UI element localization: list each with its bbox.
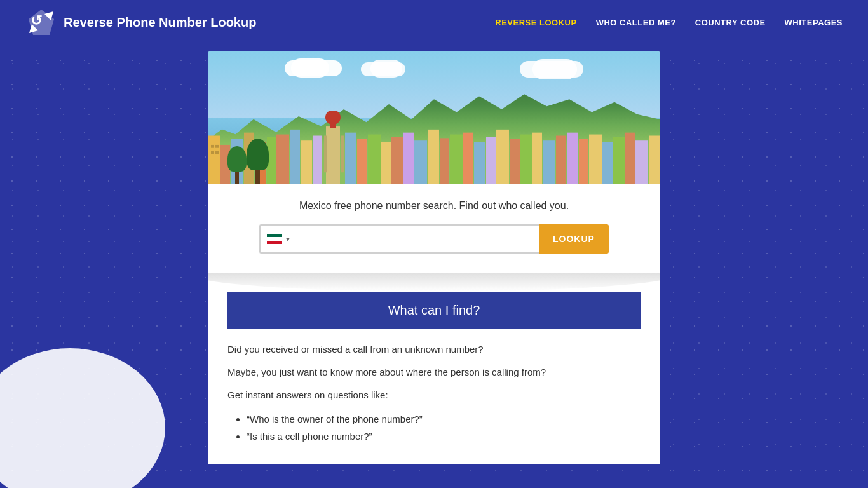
clouds [208,57,660,95]
cloud-6 [532,59,577,79]
search-row: ▼ LOOKUP [234,224,634,254]
mexico-flag [267,234,282,244]
site-header: ↺ Reverse Phone Number Lookup REVERSE LO… [0,0,868,44]
chevron-down-icon: ▼ [285,236,291,243]
wave-divider [208,273,660,292]
info-section: What can I find? Did you received or mis… [208,273,660,464]
svg-rect-20 [381,142,391,184]
svg-rect-22 [403,132,414,184]
svg-rect-9 [290,129,300,184]
bullet-item-2: “Is this a cell phone number?” [247,428,641,445]
tree-1 [227,146,247,184]
svg-rect-19 [368,134,381,184]
info-para-2: Maybe, you just want to know more about … [227,365,641,380]
hero-image [208,51,660,184]
cloud-2 [291,58,329,78]
svg-rect-41 [625,132,635,184]
svg-rect-16 [341,135,344,172]
info-header: What can I find? [227,292,641,329]
svg-rect-26 [450,134,463,184]
info-para-3: Get instant answers on questions like: [227,388,641,403]
main-nav: REVERSE LOOKUP WHO CALLED ME? COUNTRY CO… [495,18,843,27]
svg-rect-44 [211,144,214,147]
svg-rect-2 [208,135,220,184]
svg-rect-33 [532,132,542,184]
bullet-item-1: “Who is the owner of the phone number?” [247,410,641,428]
svg-rect-43 [649,135,660,184]
svg-rect-32 [520,134,532,184]
svg-rect-23 [414,140,427,184]
main-wrapper: Mexico free phone number search. Find ou… [0,44,868,464]
svg-rect-12 [326,126,340,184]
bullet-list: “Who is the owner of the phone number?” … [227,410,641,445]
center-card: Mexico free phone number search. Find ou… [208,51,660,464]
svg-rect-8 [276,134,289,184]
svg-point-14 [325,111,341,125]
flag-select[interactable]: ▼ [259,224,297,254]
svg-rect-30 [496,129,509,184]
svg-rect-17 [345,132,356,184]
info-heading: What can I find? [388,303,480,317]
nav-who-called-me[interactable]: WHO CALLED ME? [596,18,676,27]
svg-rect-31 [510,139,520,184]
svg-rect-28 [474,142,485,184]
phone-input[interactable] [297,224,539,254]
search-tagline: Mexico free phone number search. Find ou… [234,200,634,212]
svg-rect-27 [463,132,473,184]
svg-rect-35 [556,135,566,184]
logo-icon: ↺ [25,6,57,38]
svg-rect-40 [613,137,625,184]
svg-rect-11 [313,135,322,184]
logo[interactable]: ↺ Reverse Phone Number Lookup [25,6,256,38]
svg-rect-45 [215,144,219,147]
svg-rect-18 [357,139,367,184]
nav-country-code[interactable]: COUNTRY CODE [695,18,766,27]
lookup-button[interactable]: LOOKUP [539,224,609,254]
search-section: Mexico free phone number search. Find ou… [208,184,660,273]
info-para-1: Did you received or missed a call from a… [227,342,641,357]
svg-rect-24 [428,129,439,184]
svg-rect-46 [211,151,214,154]
svg-rect-37 [579,139,588,184]
svg-rect-10 [301,140,312,184]
svg-rect-25 [440,138,449,184]
svg-rect-38 [589,134,602,184]
tree-2 [247,140,269,184]
svg-rect-15 [324,135,327,172]
svg-rect-39 [602,142,613,184]
nav-whitepages[interactable]: WHITEPAGES [785,18,843,27]
cloud-4 [370,60,402,78]
nav-reverse-lookup[interactable]: REVERSE LOOKUP [495,18,576,27]
svg-rect-29 [486,137,496,184]
svg-rect-42 [635,140,648,184]
buildings-layer [208,111,660,185]
svg-rect-36 [567,132,578,184]
svg-rect-34 [543,140,555,184]
svg-rect-21 [391,137,403,184]
logo-text: Reverse Phone Number Lookup [64,15,256,30]
svg-rect-47 [215,151,219,154]
